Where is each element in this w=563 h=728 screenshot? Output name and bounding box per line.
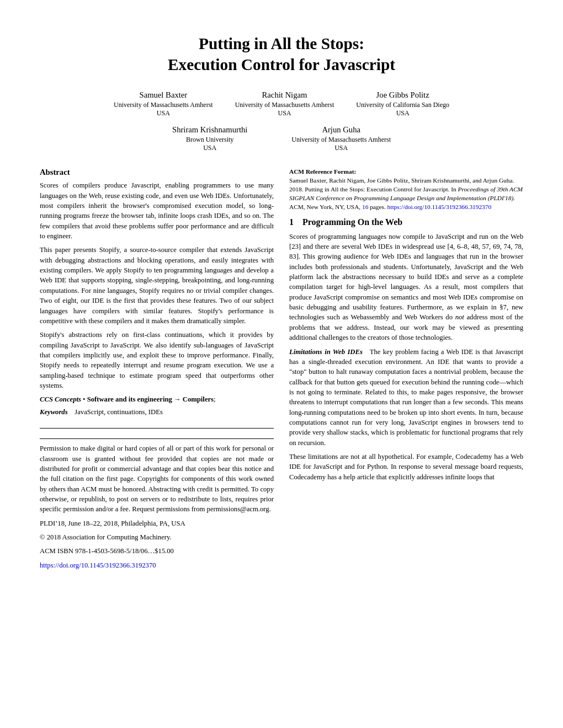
author-affil: Brown University (172, 136, 247, 144)
section1-number: 1 (289, 217, 294, 227)
ccs-dot: • (83, 395, 87, 403)
abstract-para-1: Scores of compilers produce Javascript, … (40, 180, 274, 241)
copyright-text: © 2018 Association for Computing Machine… (40, 532, 274, 542)
authors-row-2: Shriram Krishnamurthi Brown University U… (40, 125, 523, 152)
conf-text: PLDI’18, June 18–22, 2018, Philadelphia,… (40, 518, 274, 528)
abstract-heading: Abstract (40, 168, 274, 177)
author-rachit-nigam: Rachit Nigam University of Massachusetts… (235, 90, 334, 117)
acm-ref-text: Samuel Baxter, Rachit Nigam, Joe Gibbs P… (289, 177, 523, 210)
keywords-text (70, 408, 73, 416)
title-block: Putting in All the Stops: Execution Cont… (40, 33, 523, 152)
author-country: USA (172, 144, 247, 152)
keywords-line: Keywords JavaScript, continuations, IDEs (40, 407, 274, 417)
page: Putting in All the Stops: Execution Cont… (0, 0, 563, 728)
ccs-text: Software and its engineering → Compilers… (87, 395, 216, 403)
keywords-label: Keywords (40, 408, 68, 416)
main-title: Putting in All the Stops: Execution Cont… (40, 33, 523, 75)
doi-link[interactable]: https://doi.org/10.1145/3192366.3192370 (40, 560, 274, 570)
left-column: Abstract Scores of compilers produce Jav… (40, 168, 274, 574)
section1-title: Programming On the Web (302, 217, 402, 227)
author-shriram: Shriram Krishnamurthi Brown University U… (172, 125, 247, 152)
author-name: Arjun Guha (291, 125, 391, 135)
author-name: Samuel Baxter (114, 90, 213, 100)
two-column-layout: Abstract Scores of compilers produce Jav… (40, 168, 523, 574)
ccs-label: CCS Concepts (40, 395, 81, 403)
footer-block: Permission to make digital or hard copie… (40, 438, 274, 570)
author-affil: University of California San Diego (356, 101, 449, 109)
acm-ref-block: ACM Reference Format: Samuel Baxter, Rac… (289, 168, 523, 211)
section1-para-3: These limitations are not at all hypothe… (289, 452, 523, 482)
limitations-subheading: Limitations in Web IDEs (289, 348, 363, 356)
author-country: USA (114, 109, 213, 117)
title-line2: Execution Control for Javascript (168, 56, 395, 73)
section1-para-1: Scores of programming languages now comp… (289, 232, 523, 343)
footer-divider (40, 428, 274, 429)
keywords-values: JavaScript, continuations, IDEs (75, 408, 163, 416)
right-column: ACM Reference Format: Samuel Baxter, Rac… (289, 168, 523, 574)
doi-anchor[interactable]: https://doi.org/10.1145/3192366.3192370 (40, 561, 156, 569)
author-country: USA (291, 144, 391, 152)
author-samuel-baxter: Samuel Baxter University of Massachusett… (114, 90, 213, 117)
author-affil: University of Massachusetts Amherst (235, 101, 334, 109)
isbn-text: ACM ISBN 978-1-4503-5698-5/18/06…$15.00 (40, 546, 274, 556)
acm-ref-url[interactable]: https://doi.org/10.1145/3192366.3192370 (387, 204, 492, 210)
acm-ref-pages[interactable]: 16 (362, 204, 368, 210)
author-name: Joe Gibbs Politz (356, 90, 449, 100)
ccs-line: CCS Concepts • Software and its engineer… (40, 394, 274, 404)
title-line1: Putting in All the Stops: (199, 35, 364, 52)
author-arjun-guha: Arjun Guha University of Massachusetts A… (291, 125, 391, 152)
abstract-para-2: This paper presents Stopify, a source-to… (40, 245, 274, 326)
author-name: Rachit Nigam (235, 90, 334, 100)
authors-row-1: Samuel Baxter University of Massachusett… (40, 90, 523, 117)
author-joe-politz: Joe Gibbs Politz University of Californi… (356, 90, 449, 117)
abstract-para-3: Stopify's abstractions rely on first-cla… (40, 330, 274, 390)
acm-ref-heading: ACM Reference Format: (289, 168, 356, 175)
author-affil: University of Massachusetts Amherst (114, 101, 213, 109)
permission-text: Permission to make digital or hard copie… (40, 443, 274, 515)
section1-heading: 1 Programming On the Web (289, 217, 523, 227)
author-name: Shriram Krishnamurthi (172, 125, 247, 135)
author-country: USA (356, 109, 449, 117)
author-affil: University of Massachusetts Amherst (291, 136, 391, 144)
author-country: USA (235, 109, 334, 117)
section1-para-2: Limitations in Web IDEs The key problem … (289, 347, 523, 448)
